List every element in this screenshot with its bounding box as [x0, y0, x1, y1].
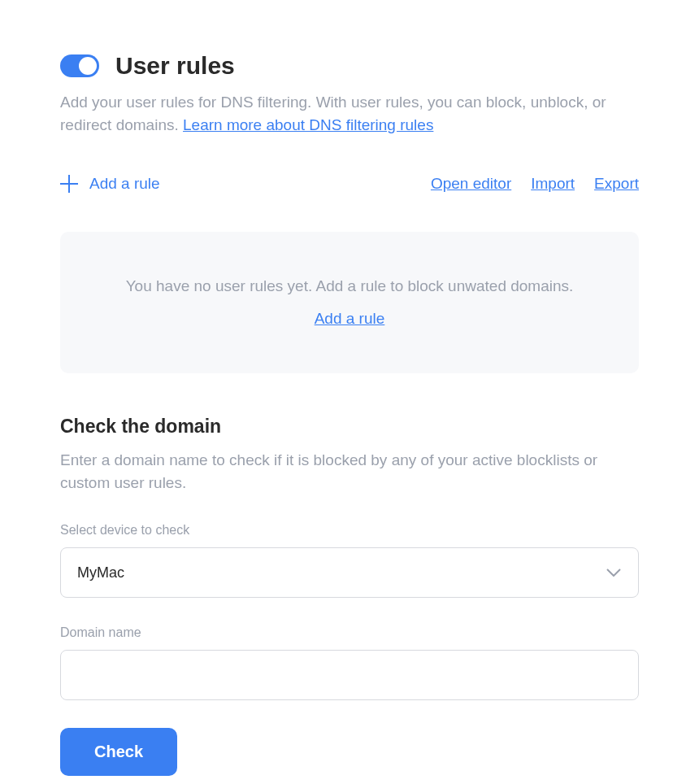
plus-icon	[60, 175, 78, 193]
export-link[interactable]: Export	[594, 175, 639, 193]
add-rule-button[interactable]: Add a rule	[60, 175, 160, 193]
empty-state: You have no user rules yet. Add a rule t…	[60, 232, 639, 373]
device-select-value: MyMac	[77, 564, 124, 581]
open-editor-link[interactable]: Open editor	[431, 175, 511, 193]
page-title: User rules	[115, 52, 235, 80]
user-rules-toggle[interactable]	[60, 54, 99, 77]
device-select-label: Select device to check	[60, 523, 639, 538]
empty-state-add-rule-link[interactable]: Add a rule	[315, 310, 385, 327]
empty-state-message: You have no user rules yet. Add a rule t…	[93, 277, 606, 295]
domain-input[interactable]	[60, 650, 639, 700]
page-description: Add your user rules for DNS filtering. W…	[60, 91, 639, 136]
domain-input-label: Domain name	[60, 625, 639, 640]
toggle-knob	[79, 57, 97, 75]
add-rule-label: Add a rule	[89, 175, 160, 193]
check-button[interactable]: Check	[60, 728, 177, 776]
check-domain-description: Enter a domain name to check if it is bl…	[60, 449, 639, 494]
device-select[interactable]: MyMac	[60, 547, 639, 598]
check-domain-title: Check the domain	[60, 416, 639, 438]
import-link[interactable]: Import	[531, 175, 575, 193]
learn-more-link[interactable]: Learn more about DNS filtering rules	[183, 116, 433, 133]
